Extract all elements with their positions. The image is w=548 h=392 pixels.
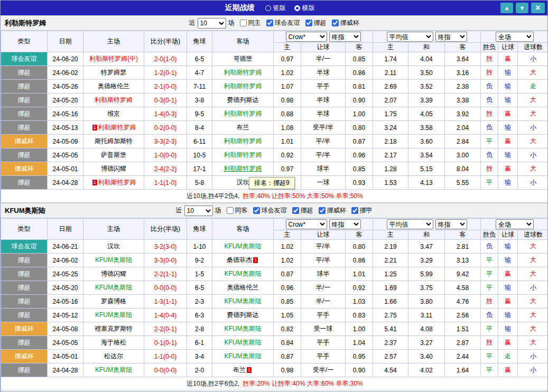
handicap-cell: 半/一: [301, 52, 346, 66]
scope-select[interactable]: 全场: [496, 219, 534, 229]
goals-result-cell: 大: [518, 107, 548, 121]
checkbox-input[interactable]: [253, 207, 260, 214]
close-button[interactable]: ×: [531, 3, 545, 13]
home-team-name[interactable]: 特罗姆瑟: [101, 69, 126, 76]
home-team-name[interactable]: 松达尔: [104, 352, 123, 360]
home-team-name[interactable]: KFUM奥斯陆: [95, 284, 132, 291]
away-team-name[interactable]: KFUM奥斯陆: [225, 270, 262, 277]
away-team-name[interactable]: 汉坎: [237, 179, 249, 186]
bookmaker-select[interactable]: Crow*: [286, 219, 327, 229]
date-cell: 24-05-16: [48, 107, 83, 121]
final-index-select[interactable]: 终指: [329, 219, 361, 229]
scope-select[interactable]: 全场: [496, 32, 534, 42]
checkbox-input[interactable]: [305, 20, 312, 26]
red-card-badge: 1: [92, 180, 97, 185]
layout-radio-horizontal[interactable]: 横版: [294, 4, 315, 13]
away-team-name[interactable]: 布兰: [237, 124, 249, 131]
recent-count-select[interactable]: 10: [198, 18, 226, 29]
checkbox-input[interactable]: [332, 20, 339, 26]
handicap-cell: 平/半: [301, 254, 346, 267]
handicap-result-cell: 输: [498, 148, 518, 162]
filter-checkbox-nor-cup[interactable]: 挪威杯: [319, 206, 346, 215]
home-odds-cell: 1.02: [274, 66, 301, 80]
away-team-name[interactable]: 布兰: [233, 366, 246, 374]
away-team-name[interactable]: 利勒斯特罗姆: [224, 137, 262, 145]
home-team-name[interactable]: 汉坎: [107, 242, 120, 250]
final-index-select[interactable]: 终指: [329, 32, 361, 42]
away-team-name[interactable]: 奥德格伦兰: [227, 284, 259, 291]
home-team-name[interactable]: 维京: [107, 110, 120, 117]
home-team-name[interactable]: 斯托姆加斯特: [95, 137, 133, 145]
away-team-cell: KFUM奥斯陆: [212, 267, 274, 281]
match-row: 球会友谊24-06-20利勒斯特罗姆(中)2-0(1-0)6-5哥德堡0.97半…: [1, 52, 548, 66]
move-up-button[interactable]: ▲: [500, 3, 513, 13]
filter-checkbox-club-friendly[interactable]: 球会友谊: [266, 18, 300, 27]
final-index-select[interactable]: 终指: [435, 219, 467, 229]
move-down-button[interactable]: ▼: [516, 3, 528, 13]
away-team-name[interactable]: 利勒斯特罗姆: [224, 110, 262, 117]
avg-away-odds-cell: 2.56: [445, 309, 481, 322]
final-index-select[interactable]: 终指: [435, 32, 467, 42]
bookmaker-select[interactable]: Crow*: [286, 32, 327, 42]
checkbox-input[interactable]: [292, 207, 299, 214]
col-header-score: 比分(半场): [144, 219, 187, 240]
avg-draw-odds-cell: 5.15: [408, 162, 445, 176]
away-team-name[interactable]: KFUM奥斯陆: [225, 297, 262, 305]
match-row: 挪超24-05-05海于格松0-1(0-1)6-1KFUM奥斯陆0.84平手1.…: [1, 336, 548, 350]
home-team-name[interactable]: 萨普斯堡: [101, 151, 126, 158]
away-team-name[interactable]: 利勒斯特罗姆: [224, 151, 262, 158]
avg-away-odds-cell: 3.16: [445, 66, 481, 80]
filter-checkbox-nor-cup[interactable]: 挪威杯: [332, 18, 359, 27]
filter-checkbox-same-away[interactable]: 同客: [227, 206, 248, 215]
average-select[interactable]: 平均值: [387, 219, 433, 229]
home-team-name[interactable]: KFUM奥斯陆: [95, 311, 132, 319]
home-team-name[interactable]: 海于格松: [101, 339, 126, 346]
filter-checkbox-nor-top[interactable]: 挪超: [292, 206, 313, 215]
filter-checkbox-nor-div1[interactable]: 挪甲: [351, 206, 373, 215]
home-team-name[interactable]: KFUM奥斯陆: [95, 256, 132, 264]
away-team-name[interactable]: 利勒斯特罗姆: [224, 82, 262, 90]
filter-bar: 近 10 场 同客球会友谊挪超挪威杯挪甲: [176, 206, 373, 216]
home-team-name[interactable]: 奥德格伦兰: [98, 82, 129, 90]
recent-count-select[interactable]: 10: [184, 206, 213, 216]
home-team-name[interactable]: KFUM奥斯陆: [95, 366, 132, 374]
checkbox-input[interactable]: [227, 207, 234, 214]
home-team-name[interactable]: 罗森博格: [101, 297, 126, 305]
home-team-name[interactable]: 利勒斯特罗姆: [95, 96, 133, 104]
away-team-name[interactable]: KFUM奥斯陆: [225, 325, 262, 332]
checkbox-input[interactable]: [319, 207, 326, 214]
checkbox-input[interactable]: [266, 20, 273, 26]
home-team-name[interactable]: 裡塞克罗斯特: [95, 325, 133, 332]
handicap-cell: 半/一: [301, 295, 346, 309]
home-team-name[interactable]: 利勒斯特罗姆(中): [89, 55, 138, 62]
away-team-name[interactable]: 桑德菲杰: [227, 256, 252, 264]
filter-checkbox-club-friendly[interactable]: 球会友谊: [253, 206, 287, 215]
home-team-name[interactable]: 博德闪耀: [101, 270, 126, 277]
scope-header-group: 全场: [481, 219, 548, 230]
away-team-name[interactable]: KFUM奥斯陆: [225, 242, 262, 250]
away-team-name[interactable]: 哥德堡: [234, 55, 253, 62]
goals-result-cell: 大: [518, 94, 548, 107]
filter-checkbox-nor-top[interactable]: 挪超: [305, 18, 327, 27]
checkbox-label: 挪威杯: [327, 206, 346, 215]
layout-radio-vertical[interactable]: 竖版: [265, 4, 286, 13]
league-type-cell: 挪超: [1, 281, 48, 295]
checkbox-label: 同主: [248, 18, 261, 27]
home-team-name[interactable]: 利勒斯特罗姆: [98, 124, 136, 131]
handicap-result-cell: 输: [498, 322, 518, 336]
score-cell: 1-4(0-4): [144, 309, 187, 322]
home-team-name[interactable]: 利勒斯特罗姆: [98, 179, 136, 186]
checkbox-input[interactable]: [351, 207, 358, 214]
filter-checkbox-same-home[interactable]: 同主: [240, 18, 261, 27]
away-team-name[interactable]: 利勒斯特罗姆: [224, 165, 262, 172]
average-select[interactable]: 平均值: [387, 32, 433, 42]
checkbox-input[interactable]: [240, 20, 247, 26]
away-team-name[interactable]: 费德列斯达: [227, 311, 259, 319]
away-team-name[interactable]: KFUM奥斯陆: [225, 339, 262, 346]
handicap-result-cell: 赢: [498, 295, 518, 309]
home-team-name[interactable]: 博德闪耀: [101, 165, 126, 172]
away-team-name[interactable]: KFUM奥斯陆: [225, 352, 262, 360]
away-team-name[interactable]: 利勒斯特罗姆: [224, 69, 262, 76]
away-team-name[interactable]: 费德列斯达: [227, 96, 259, 104]
home-odds-cell: 1.05: [274, 309, 301, 322]
